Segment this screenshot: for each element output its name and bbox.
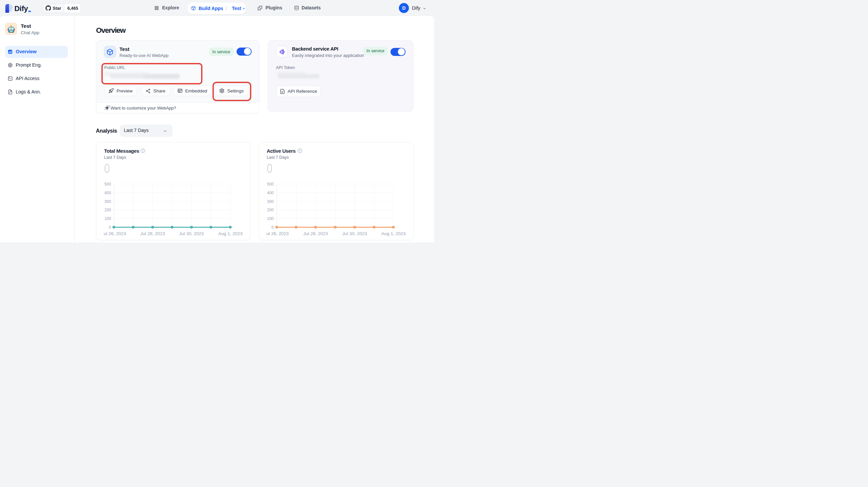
svg-text:ul 26, 2023: ul 26, 2023 [266, 231, 289, 236]
svg-text:500: 500 [267, 182, 274, 187]
svg-text:Jul 28, 2023: Jul 28, 2023 [141, 231, 165, 236]
svg-text:0: 0 [109, 225, 111, 230]
svg-text:400: 400 [104, 191, 111, 195]
svg-text:200: 200 [267, 208, 274, 212]
svg-text:0: 0 [271, 225, 274, 230]
svg-text:ul 26, 2023: ul 26, 2023 [104, 231, 126, 236]
svg-text:200: 200 [104, 208, 111, 212]
svg-text:Aug 1, 2023: Aug 1, 2023 [218, 231, 243, 236]
svg-text:300: 300 [267, 199, 274, 204]
svg-text:400: 400 [267, 191, 274, 195]
svg-text:Jul 30, 2023: Jul 30, 2023 [179, 231, 204, 236]
svg-text:Jul 28, 2023: Jul 28, 2023 [303, 231, 328, 236]
svg-text:300: 300 [104, 199, 111, 204]
svg-text:500: 500 [104, 182, 111, 187]
svg-text:100: 100 [267, 217, 274, 221]
svg-text:Jul 30, 2023: Jul 30, 2023 [342, 231, 367, 236]
svg-text:100: 100 [104, 217, 111, 221]
svg-text:Aug 1, 2023: Aug 1, 2023 [381, 231, 406, 236]
